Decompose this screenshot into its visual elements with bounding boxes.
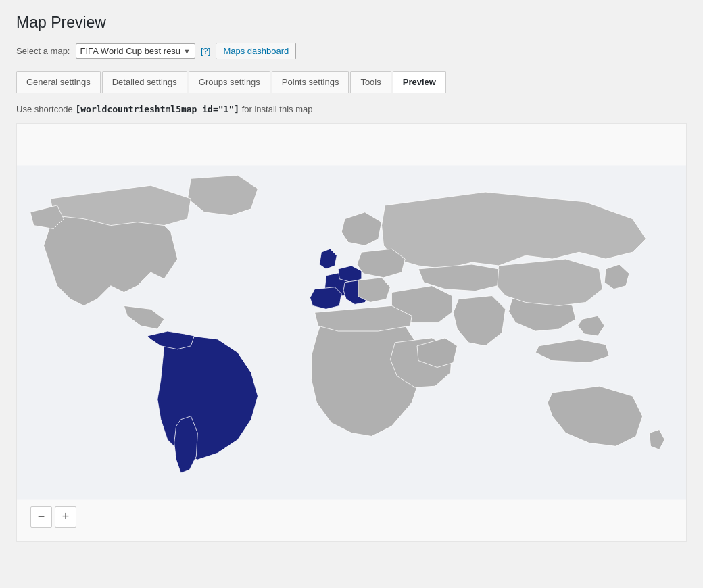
page-wrapper: Map Preview Select a map: FIFA World Cup… [0,0,703,588]
map-select-value: FIFA World Cup best resu [80,46,181,56]
zoom-out-button[interactable]: − [30,506,52,528]
shortcode-code: [worldcountrieshtml5map id="1"] [75,104,239,114]
page-title: Map Preview [16,14,687,32]
tab-groups[interactable]: Groups settings [189,71,270,93]
shortcode-notice: Use shortcode [worldcountrieshtml5map id… [16,103,687,116]
world-map-svg [17,124,686,541]
dropdown-arrow-icon: ▼ [183,47,191,55]
tab-preview[interactable]: Preview [393,71,446,93]
tab-detailed[interactable]: Detailed settings [102,71,187,93]
maps-dashboard-button[interactable]: Maps dashboard [216,43,296,59]
map-container: − + [16,123,687,542]
tab-general[interactable]: General settings [16,71,101,93]
tab-tools[interactable]: Tools [350,71,391,93]
zoom-controls: − + [30,506,76,528]
tabs-row: General settings Detailed settings Group… [16,70,687,93]
zoom-in-button[interactable]: + [55,506,76,528]
tab-points[interactable]: Points settings [272,71,349,93]
map-select-label: Select a map: [16,46,70,56]
map-select-dropdown[interactable]: FIFA World Cup best resu ▼ [76,43,196,59]
help-link[interactable]: [?] [201,46,210,56]
map-select-row: Select a map: FIFA World Cup best resu ▼… [16,43,687,59]
